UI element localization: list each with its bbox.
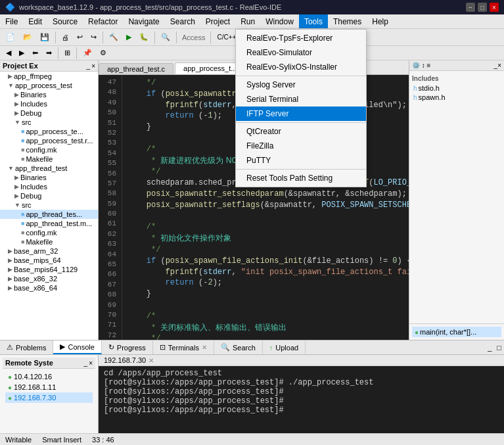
file-icon: ■	[21, 220, 24, 227]
right-item-stdio-h[interactable]: h stdio.h	[412, 83, 501, 93]
tree-item-base-x86-32[interactable]: ▶ base_x86_32	[0, 274, 98, 283]
menu-putty[interactable]: PuTTY	[236, 153, 366, 168]
print-button[interactable]: 🖨	[58, 32, 72, 43]
tree-item-debug2[interactable]: ▶ Debug	[0, 191, 98, 200]
tree-item-base-arm32[interactable]: ▶ base_arm_32	[0, 246, 98, 256]
menu-window[interactable]: Window	[260, 14, 299, 28]
menu-project[interactable]: Project	[200, 14, 235, 28]
debug-button[interactable]: 🐛	[136, 31, 152, 43]
tree-item-makefile2[interactable]: ■ Makefile	[0, 237, 98, 246]
tree-item-includes1[interactable]: ▶ Includes	[0, 99, 98, 108]
tree-item-label: base_x86_32	[14, 275, 57, 283]
bottom-maximize-button[interactable]: □	[494, 344, 504, 352]
menubar: File Edit Source Refactor Navigate Searc…	[0, 14, 504, 29]
back-button[interactable]: ◀	[3, 47, 14, 59]
window-controls: − □ ×	[466, 3, 499, 12]
tree-item-base-mips64[interactable]: ▶ base_mips_64	[0, 256, 98, 265]
folder-closed-icon: ▶	[8, 73, 12, 80]
folder-open-icon: ▼	[14, 202, 20, 208]
remote-item-2[interactable]: ● 192.168.1.11	[5, 382, 93, 392]
open-button[interactable]: 📂	[20, 31, 35, 43]
run-button[interactable]: ▶	[123, 31, 135, 43]
right-item-spawn-h[interactable]: h spawn.h	[412, 93, 501, 102]
tree-item-binaries2[interactable]: ▶ Binaries	[0, 173, 98, 182]
tree-item-makefile1[interactable]: ■ Makefile	[0, 154, 98, 164]
tree-item-app-thread-test[interactable]: ▼ app_thread_test	[0, 164, 98, 173]
menu-realevo-installer[interactable]: RealEvo-SylixOS-Installer	[236, 60, 366, 74]
menu-refactor[interactable]: Refactor	[83, 14, 123, 28]
tree-item-debug1[interactable]: ▶ Debug	[0, 108, 98, 118]
forward-button[interactable]: ▶	[16, 47, 28, 59]
bottom-content: Remote Syste _ × ● 10.4.120.16 ● 192.168…	[0, 355, 504, 433]
menu-reset-tools[interactable]: Reset Tools Path Setting	[236, 171, 366, 185]
build-button[interactable]: 🔨	[106, 31, 122, 43]
tab-app-thread-test[interactable]: app_thread_test.c	[99, 63, 173, 74]
next-edit-button[interactable]: ➡	[43, 47, 55, 59]
folder-open-icon: ▼	[8, 82, 14, 89]
tree-item-app-process-test[interactable]: ▼ app_process_test	[0, 81, 98, 90]
tree-item-src1[interactable]: ▼ src	[0, 118, 98, 127]
folder-closed-icon: ▶	[8, 275, 12, 282]
save-button[interactable]: 💾	[37, 31, 53, 43]
tab-problems[interactable]: ⚠ Problems	[0, 340, 53, 354]
tab-progress[interactable]: ↻ Progress	[102, 340, 153, 354]
remote-minimize-button[interactable]: _	[84, 359, 88, 367]
tree-item-base-mpis64[interactable]: ▶ Base_mpis64_1129	[0, 265, 98, 274]
expand-button[interactable]: ⊞	[61, 47, 74, 59]
menu-search[interactable]: Search	[165, 14, 200, 28]
tab-search[interactable]: 🔍 Search	[214, 340, 263, 354]
tab-console[interactable]: ▶ Console	[53, 340, 101, 354]
close-button[interactable]: ×	[490, 3, 499, 12]
new-button[interactable]: 📄	[3, 31, 18, 43]
tab-terminals[interactable]: ⊡ Terminals ✕	[153, 340, 214, 354]
tree-item-base-x86-64[interactable]: ▶ base_x86_64	[0, 283, 98, 293]
menu-realevo-simulator[interactable]: RealEvo-Simulator	[236, 45, 366, 60]
tree-item-app-thread-m[interactable]: ■ app_thread_test.m...	[0, 219, 98, 228]
menu-iftp-server[interactable]: IFTP Server	[236, 106, 366, 121]
remote-close-button[interactable]: ×	[89, 359, 93, 367]
remote-item-label: 192.168.1.11	[14, 383, 56, 391]
menu-themes[interactable]: Themes	[328, 14, 367, 28]
menu-source[interactable]: Source	[47, 14, 83, 28]
remote-item-3[interactable]: ● 192.168.7.30	[5, 392, 93, 403]
redo-button[interactable]: ↪	[87, 31, 100, 43]
minimize-panel-button[interactable]: _	[87, 62, 91, 70]
maximize-button[interactable]: □	[478, 3, 487, 12]
tree-item-label: app_process_te...	[26, 128, 83, 135]
menu-run[interactable]: Run	[235, 14, 260, 28]
tree-item-includes2[interactable]: ▶ Includes	[0, 182, 98, 191]
folder-closed-icon: ▶	[14, 193, 19, 199]
tree-item-app-process-c[interactable]: ■ app_process_te...	[0, 127, 98, 136]
minimize-button[interactable]: −	[466, 3, 475, 12]
menu-syslog[interactable]: Syslog Server	[236, 78, 366, 92]
menu-qtcreator[interactable]: QtCreator	[236, 124, 366, 139]
menu-navigate[interactable]: Navigate	[123, 14, 164, 28]
menu-realevo-tpsfs[interactable]: RealEvo-TpsFs-Explorer	[236, 31, 366, 45]
close-panel-button[interactable]: ×	[91, 62, 95, 70]
remote-item-1[interactable]: ● 10.4.120.16	[5, 371, 93, 382]
tree-item-label: Includes	[20, 100, 47, 108]
search-button[interactable]: 🔍	[158, 31, 173, 43]
prev-edit-button[interactable]: ⬅	[29, 47, 41, 59]
bottom-minimize-button[interactable]: _	[485, 344, 494, 352]
menu-help[interactable]: Help	[367, 14, 394, 28]
tree-item-binaries1[interactable]: ▶ Binaries	[0, 90, 98, 99]
tree-item-app-thread-c[interactable]: ■ app_thread_tes...	[0, 210, 98, 219]
tree-item-src2[interactable]: ▼ src	[0, 200, 98, 210]
tree-item-app-process-r[interactable]: ■ app_process_test.r...	[0, 136, 98, 145]
menu-filezilla[interactable]: FileZilla	[236, 139, 366, 153]
tree-item-config2[interactable]: ■ config.mk	[0, 228, 98, 237]
window-title: workspace_base1.12.9 - app_process_test/…	[19, 3, 281, 11]
menu-file[interactable]: File	[0, 14, 23, 28]
tree-item-app-ffmpeg[interactable]: ▶ app_ffmpeg	[0, 72, 98, 81]
settings-button[interactable]: ⚙	[97, 47, 110, 59]
menu-serial-terminal[interactable]: Serial Terminal	[236, 92, 366, 106]
menu-tools[interactable]: Tools	[299, 14, 328, 28]
undo-button[interactable]: ↩	[74, 31, 86, 43]
pin-button[interactable]: 📌	[80, 47, 95, 59]
right-item-main-fn[interactable]: ● main(int, char*[]...	[412, 327, 501, 337]
tab-upload[interactable]: ↑ Upload	[263, 340, 306, 354]
menu-edit[interactable]: Edit	[23, 14, 47, 28]
tree-item-config1[interactable]: ■ config.mk	[0, 145, 98, 154]
console-output[interactable]: cd /apps/app_process_test [root@sylixos:…	[99, 366, 504, 433]
